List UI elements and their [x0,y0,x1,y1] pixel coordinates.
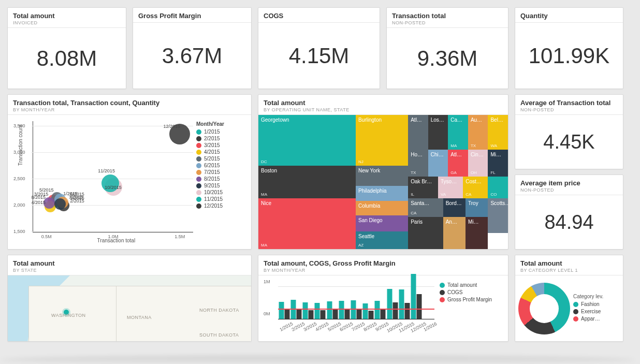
treemap-cell[interactable]: Chi… [428,150,448,177]
bar[interactable] [357,309,362,319]
bar[interactable] [369,311,374,319]
kpi-total-amount[interactable]: Total amount INVOICED 8.08M [7,7,126,89]
treemap-cell[interactable]: SeattleAZ [356,231,408,249]
bar[interactable] [321,310,326,319]
bar[interactable] [303,302,308,319]
bubble-plot[interactable]: Transaction count Transaction total 1,50… [33,121,193,232]
treemap-cell[interactable]: Ca…MA [448,115,468,150]
kpi-gross-profit-margin[interactable]: Gross Profit Margin 3.67M [133,7,252,89]
bar[interactable] [399,289,404,319]
kpi-avg-transaction-total[interactable]: Average of Transaction total NON-POSTED … [515,94,623,169]
legend-item[interactable]: 6/2015 [196,163,246,168]
treemap-cell[interactable]: Bord… [443,198,466,217]
treemap-cell[interactable]: Cost…CA [463,177,488,198]
barline-plot[interactable]: 0M1M1/20152/20153/20154/20155/20156/2015… [278,281,434,319]
treemap-cell[interactable]: Ho…TX [408,150,428,177]
bar-group[interactable] [315,303,326,319]
kpi-avg-item-price[interactable]: Average item price NON-POSTED 84.94 [515,174,623,250]
treemap-cell[interactable]: GeorgetownDC [258,115,356,166]
legend-item[interactable]: 10/2015 [196,190,246,195]
kpi-cogs[interactable]: COGS 4.15M [258,7,380,89]
treemap-cell[interactable]: An… [443,217,466,249]
bar[interactable] [290,300,296,319]
chart-barline[interactable]: Total amount, COGS, Gross Profit Margin … [258,255,508,342]
legend-item[interactable]: 1/2015 [196,129,246,135]
treemap-cell[interactable]: Mi… [466,217,488,249]
legend-item[interactable]: 7/2015 [196,169,246,175]
bar[interactable] [309,310,314,319]
donut-ring[interactable] [518,283,570,334]
treemap-cell[interactable]: Cin…OH [468,150,488,177]
bubble-point[interactable] [54,198,66,210]
bar[interactable] [381,309,386,319]
treemap-cell[interactable]: Atl…GA [448,150,468,177]
bar[interactable] [404,303,410,319]
bar-group[interactable] [375,301,386,319]
treemap-cell[interactable]: Columbia [356,201,408,215]
treemap-body[interactable]: GeorgetownDCBostonMANiceMABurlingtonNJNe… [258,115,508,249]
treemap-cell[interactable]: BurlingtonNJ [356,115,408,166]
bar-group[interactable] [339,301,350,319]
map-body[interactable]: WASHINGTON MONTANA NORTH DAKOTA SOUTH DA… [8,275,251,341]
treemap-cell[interactable]: NiceMA [258,198,356,249]
bar-group[interactable] [303,302,314,319]
treemap-cell[interactable]: BostonMA [258,166,356,198]
card-header: Average of Transaction total NON-POSTED [515,95,623,115]
bar-group[interactable] [363,303,374,319]
bar[interactable] [363,303,368,319]
treemap-cell[interactable]: Philadelphia [356,186,408,200]
kpi-transaction-total[interactable]: Transaction total NON-POSTED 9.36M [386,7,508,89]
legend-item[interactable]: 3/2015 [196,142,246,148]
bar-group[interactable] [351,300,362,319]
chart-treemap[interactable]: Total amount BY OPERATING UNIT NAME, STA… [258,94,508,250]
legend-item[interactable]: 4/2015 [196,149,246,155]
bar-group[interactable] [327,301,338,319]
bar[interactable] [332,309,338,319]
treemap-cell[interactable]: Paris [408,217,443,249]
chart-bubble[interactable]: Transaction total, Transaction count, Qu… [7,94,252,250]
bar[interactable] [296,309,301,319]
kpi-quantity[interactable]: Quantity 101.99K [515,7,623,89]
bar[interactable] [284,310,289,319]
bar[interactable] [417,294,422,319]
legend-item[interactable]: 11/2015 [196,196,246,202]
bar[interactable] [387,289,392,319]
chart-donut[interactable]: Total amount BY CATEGORY LEVEL 1 Categor… [515,255,623,342]
legend-item[interactable]: 2/2015 [196,136,246,141]
treemap-cell[interactable]: Scotts… [488,198,508,233]
bar-group[interactable] [399,289,410,319]
legend-item[interactable]: Fashion [573,301,620,307]
treemap-cell[interactable]: Troy [466,198,488,217]
legend-item[interactable]: 12/2015 [196,203,246,209]
treemap-cell[interactable]: San Diego [356,215,408,231]
treemap-cell[interactable]: Tyso…VA [438,177,463,198]
bar-group[interactable] [279,302,289,319]
bar[interactable] [344,309,350,319]
treemap-cell[interactable]: Santa…CA [408,198,443,217]
legend-item[interactable]: Appar… [573,316,620,322]
legend-item[interactable]: 5/2015 [196,156,246,162]
treemap-cell[interactable]: Au…TX [468,115,488,150]
bar-group[interactable] [387,289,398,319]
chart-map[interactable]: Total amount BY STATE WASHINGTON MONTANA… [7,255,252,342]
treemap-cell[interactable]: Atl… [408,115,428,150]
bar[interactable] [392,302,398,319]
bar[interactable] [375,301,380,319]
bar[interactable] [315,303,320,319]
treemap-cell[interactable]: CO [488,177,508,198]
bar-group[interactable] [411,274,422,319]
bar[interactable] [339,301,344,319]
bar[interactable] [327,301,332,319]
bar[interactable] [411,274,416,319]
bar[interactable] [279,302,284,319]
treemap-cell[interactable]: Los… [428,115,448,150]
legend-item[interactable]: 8/2015 [196,176,246,182]
treemap-cell[interactable]: Oak Br…IL [408,177,438,198]
legend-item[interactable]: Exercise [573,309,620,314]
treemap-cell[interactable]: Mi…FL [488,150,508,177]
treemap-cell[interactable]: New York [356,166,408,186]
bar[interactable] [351,300,356,319]
bar-group[interactable] [290,300,301,319]
legend-item[interactable]: 9/2015 [196,183,246,188]
treemap-cell[interactable]: Bel…WA [488,115,508,150]
